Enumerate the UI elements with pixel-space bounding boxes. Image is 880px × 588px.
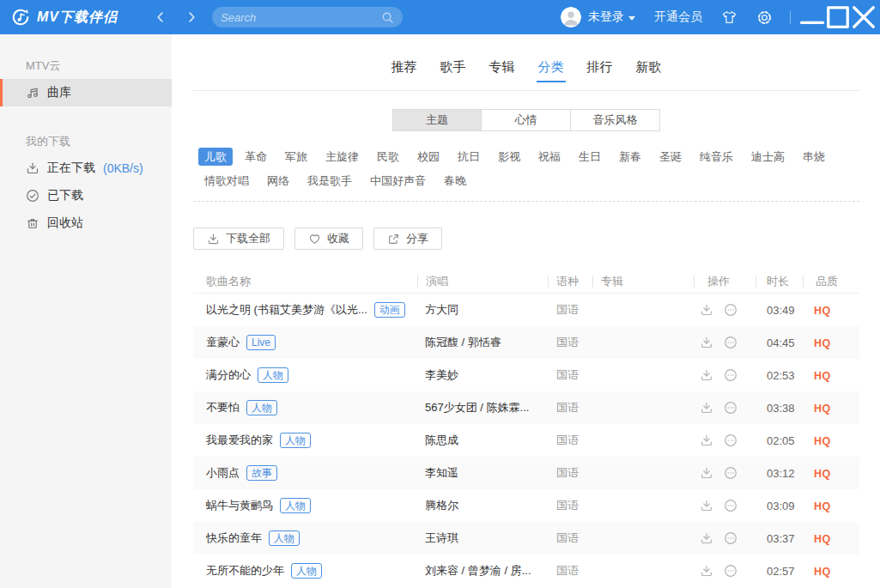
song-name-cell[interactable]: 快乐的童年人物 xyxy=(193,530,417,546)
column-header: 操作 xyxy=(694,274,756,289)
maximize-button[interactable] xyxy=(825,0,851,34)
operations-cell xyxy=(694,303,756,317)
more-icon[interactable] xyxy=(724,564,737,578)
song-name-cell[interactable]: 小雨点故事 xyxy=(193,465,417,481)
sidebar-item-label: 正在下载 xyxy=(47,161,95,176)
category-tag[interactable]: 校园 xyxy=(411,148,446,166)
back-icon[interactable] xyxy=(154,10,167,24)
table-row[interactable]: 我最爱我的家人物陈思成国语02:05HQ xyxy=(193,424,859,457)
more-icon[interactable] xyxy=(724,433,737,447)
login-status[interactable]: 未登录 xyxy=(588,9,635,25)
vip-link[interactable]: 开通会员 xyxy=(654,9,702,25)
category-tag[interactable]: 抗日 xyxy=(452,148,486,166)
sidebar-item-downloading[interactable]: 正在下载(0KB/s) xyxy=(0,155,172,182)
more-icon[interactable] xyxy=(724,531,737,545)
sidebar-item-check-circle[interactable]: 已下载 xyxy=(0,182,172,209)
download-icon[interactable] xyxy=(700,531,713,545)
table-row[interactable]: 蜗牛与黄鹂鸟人物腾格尔国语03:09HQ xyxy=(193,489,859,522)
category-tag[interactable]: 革命 xyxy=(239,148,273,166)
more-icon[interactable] xyxy=(724,466,737,480)
settings-icon[interactable] xyxy=(756,9,773,26)
table-row[interactable]: 不要怕人物567少女团 / 陈姝霖...国语03:38HQ xyxy=(193,391,859,424)
category-tag[interactable]: 串烧 xyxy=(797,148,831,166)
nav-tab-4[interactable]: 排行 xyxy=(586,59,615,90)
sidebar-item-trash[interactable]: 回收站 xyxy=(0,209,172,237)
table-body: 以光之明 (书籍艾美梦游《以光...动画方大同国语03:49HQ童蒙心Live陈… xyxy=(193,294,859,587)
category-tag[interactable]: 迪士高 xyxy=(745,148,791,166)
quality-cell: HQ xyxy=(803,467,859,480)
download-icon[interactable] xyxy=(700,466,713,480)
nav-tab-5[interactable]: 新歌 xyxy=(634,59,664,90)
song-title: 小雨点 xyxy=(206,465,240,481)
segment-tab-0[interactable]: 主题 xyxy=(392,109,482,131)
category-tag[interactable]: 主旋律 xyxy=(319,148,365,166)
sidebar-item-music-note[interactable]: 曲库 xyxy=(0,79,172,106)
category-tag[interactable]: 中国好声音 xyxy=(364,172,432,190)
song-name-cell[interactable]: 无所不能的少年人物 xyxy=(193,563,417,579)
song-name-cell[interactable]: 蜗牛与黄鹂鸟人物 xyxy=(193,498,417,513)
download-icon[interactable] xyxy=(700,564,713,578)
download-icon[interactable] xyxy=(700,303,713,317)
category-tag[interactable]: 纯音乐 xyxy=(694,148,739,166)
table-row[interactable]: 以光之明 (书籍艾美梦游《以光...动画方大同国语03:49HQ xyxy=(193,294,859,326)
skin-icon[interactable] xyxy=(721,9,737,26)
table-row[interactable]: 小雨点故事李知遥国语03:12HQ xyxy=(193,457,859,489)
category-tag[interactable]: 情歌对唱 xyxy=(198,172,255,190)
song-name-cell[interactable]: 我最爱我的家人物 xyxy=(193,433,417,448)
nav-tab-3[interactable]: 分类 xyxy=(537,59,566,90)
category-tag[interactable]: 儿歌 xyxy=(198,148,233,166)
category-tag[interactable]: 春晚 xyxy=(438,172,472,190)
table-row[interactable]: 童蒙心Live陈冠馥 / 郭恬睿国语04:45HQ xyxy=(193,326,859,359)
category-tag[interactable]: 网络 xyxy=(261,172,295,190)
category-tag[interactable]: 我是歌手 xyxy=(301,172,358,190)
more-icon[interactable] xyxy=(724,368,737,382)
download-icon[interactable] xyxy=(700,368,713,382)
search-input[interactable] xyxy=(221,11,381,24)
category-tag[interactable]: 民歌 xyxy=(371,148,405,166)
language-cell: 国语 xyxy=(548,530,592,546)
download-icon[interactable] xyxy=(700,499,713,512)
forward-icon[interactable] xyxy=(185,10,198,24)
download-icon[interactable] xyxy=(700,336,713,349)
segment-tab-1[interactable]: 心情 xyxy=(482,109,571,131)
nav-tab-1[interactable]: 歌手 xyxy=(439,59,468,90)
more-icon[interactable] xyxy=(724,499,737,512)
action-button-2[interactable]: 分享 xyxy=(373,227,442,250)
table-row[interactable]: 无所不能的少年人物刘来容 / 曾梦渝 / 房...国语02:57HQ xyxy=(193,555,859,587)
category-tag[interactable]: 圣诞 xyxy=(653,148,688,166)
action-button-0[interactable]: 下载全部 xyxy=(193,227,284,250)
category-tags: 儿歌革命军旅主旋律民歌校园抗日影视祝福生日新春圣诞纯音乐迪士高串烧情歌对唱网络我… xyxy=(193,144,859,192)
song-name-cell[interactable]: 以光之明 (书籍艾美梦游《以光...动画 xyxy=(193,302,417,318)
category-tag[interactable]: 军旅 xyxy=(279,148,313,166)
table-row[interactable]: 满分的心人物李美妙国语02:53HQ xyxy=(193,359,859,391)
nav-tab-2[interactable]: 专辑 xyxy=(488,59,517,90)
song-name-cell[interactable]: 不要怕人物 xyxy=(193,400,417,415)
search-box[interactable] xyxy=(212,7,403,27)
song-name-cell[interactable]: 满分的心人物 xyxy=(193,367,417,383)
more-icon[interactable] xyxy=(724,336,737,349)
action-button-1[interactable]: 收藏 xyxy=(294,227,363,250)
more-icon[interactable] xyxy=(724,303,737,317)
table-row[interactable]: 快乐的童年人物王诗琪国语03:37HQ xyxy=(193,522,859,555)
column-header: 品质 xyxy=(803,274,859,289)
download-icon[interactable] xyxy=(700,433,713,447)
avatar[interactable] xyxy=(561,7,581,27)
category-tag[interactable]: 生日 xyxy=(573,148,607,166)
song-type-badge: 人物 xyxy=(246,400,277,415)
minimize-button[interactable] xyxy=(799,0,825,34)
segment-tab-2[interactable]: 音乐风格 xyxy=(571,109,660,131)
download-icon[interactable] xyxy=(700,401,713,415)
close-button[interactable] xyxy=(851,0,877,34)
more-icon[interactable] xyxy=(724,401,737,415)
nav-tab-0[interactable]: 推荐 xyxy=(390,59,419,90)
quality-cell: HQ xyxy=(803,369,859,382)
category-tag[interactable]: 新春 xyxy=(613,148,647,166)
search-icon[interactable] xyxy=(381,11,394,24)
category-tag[interactable]: 影视 xyxy=(492,148,526,166)
table-header: 歌曲名称演唱语种专辑操作时长品质 xyxy=(193,270,859,294)
check-circle-icon xyxy=(26,189,39,203)
operations-cell xyxy=(694,433,756,447)
song-type-badge: 人物 xyxy=(280,433,311,448)
category-tag[interactable]: 祝福 xyxy=(532,148,567,166)
song-name-cell[interactable]: 童蒙心Live xyxy=(193,335,417,350)
